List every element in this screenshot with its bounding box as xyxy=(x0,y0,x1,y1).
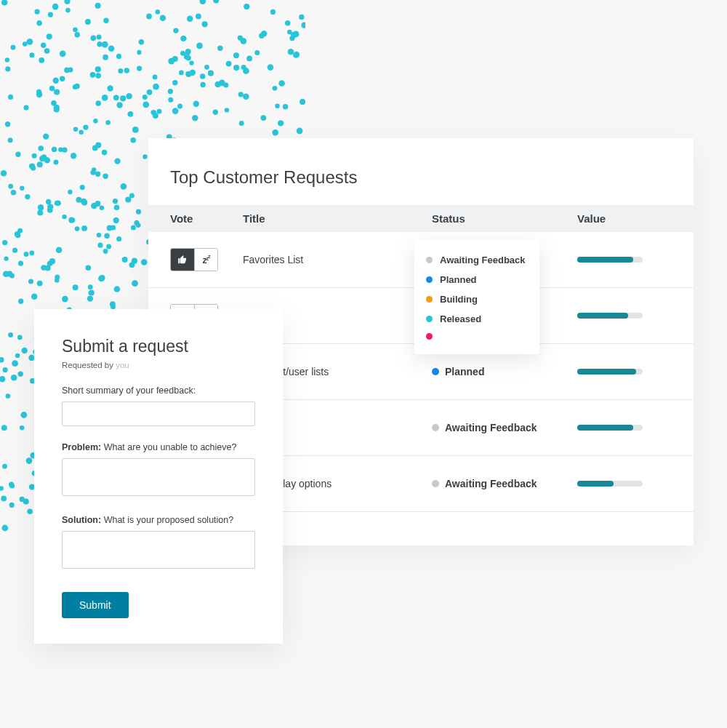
svg-point-387 xyxy=(131,225,136,230)
svg-point-258 xyxy=(132,280,138,287)
status-option[interactable] xyxy=(426,329,528,344)
svg-point-396 xyxy=(272,129,278,136)
svg-point-276 xyxy=(116,102,122,108)
request-title[interactable]: Favorites List xyxy=(243,254,432,265)
svg-point-378 xyxy=(87,295,93,301)
svg-point-471 xyxy=(300,99,305,105)
svg-point-249 xyxy=(129,193,134,198)
status-cell[interactable]: Awaiting Feedback xyxy=(432,422,577,433)
value-cell xyxy=(577,257,672,263)
svg-point-11 xyxy=(9,273,15,278)
svg-point-275 xyxy=(185,49,191,55)
svg-point-281 xyxy=(8,184,13,189)
svg-point-305 xyxy=(76,197,81,203)
status-label: Planned xyxy=(445,366,484,377)
summary-label: Short summary of your feedback: xyxy=(62,385,255,396)
svg-point-311 xyxy=(39,206,44,211)
svg-point-214 xyxy=(287,30,292,35)
svg-point-456 xyxy=(45,265,51,271)
svg-point-166 xyxy=(15,152,20,157)
svg-point-429 xyxy=(55,274,60,279)
svg-point-451 xyxy=(24,105,29,110)
svg-point-390 xyxy=(233,65,239,71)
svg-point-323 xyxy=(90,170,95,175)
snooze-icon[interactable]: zzz xyxy=(194,249,217,271)
status-option[interactable]: Planned xyxy=(426,270,528,289)
svg-point-230 xyxy=(95,73,101,79)
svg-point-370 xyxy=(226,61,232,67)
svg-point-345 xyxy=(136,209,141,215)
svg-point-30 xyxy=(62,148,67,153)
vote-toggle[interactable]: zzz xyxy=(170,248,218,271)
status-option-label: Released xyxy=(440,313,481,324)
status-option[interactable]: Awaiting Feedback xyxy=(426,250,528,270)
svg-point-317 xyxy=(121,183,127,190)
svg-point-284 xyxy=(260,115,266,121)
thumbs-up-icon[interactable] xyxy=(171,249,194,271)
svg-point-31 xyxy=(238,35,243,40)
status-dot-icon xyxy=(426,316,433,322)
svg-point-379 xyxy=(273,86,278,91)
svg-point-388 xyxy=(98,276,105,282)
svg-point-352 xyxy=(233,52,239,58)
svg-point-346 xyxy=(153,113,158,119)
svg-point-58 xyxy=(268,64,274,71)
svg-point-222 xyxy=(11,45,16,50)
submit-button[interactable]: Submit xyxy=(62,592,129,618)
svg-point-174 xyxy=(24,252,29,257)
value-bar xyxy=(577,257,643,263)
svg-point-199 xyxy=(103,18,108,23)
svg-point-331 xyxy=(64,0,70,4)
svg-point-251 xyxy=(95,66,101,72)
solution-input[interactable] xyxy=(62,531,255,569)
status-option[interactable]: Building xyxy=(426,289,528,309)
svg-point-198 xyxy=(270,9,276,15)
status-cell[interactable]: Planned xyxy=(432,366,577,377)
svg-point-401 xyxy=(35,9,40,15)
svg-point-261 xyxy=(11,190,17,196)
status-option[interactable]: Released xyxy=(426,309,528,329)
svg-point-206 xyxy=(100,206,104,210)
status-option-label: Planned xyxy=(440,274,477,285)
svg-point-264 xyxy=(243,94,249,100)
svg-point-335 xyxy=(157,109,162,114)
svg-point-453 xyxy=(241,65,246,70)
svg-point-434 xyxy=(124,68,130,73)
requested-by-prefix: Requested by xyxy=(62,361,116,369)
svg-point-40 xyxy=(113,95,119,100)
value-bar-fill xyxy=(577,313,628,319)
svg-point-334 xyxy=(179,71,184,76)
svg-point-274 xyxy=(177,104,182,109)
svg-point-351 xyxy=(102,41,108,48)
svg-point-104 xyxy=(68,68,73,73)
svg-point-296 xyxy=(49,86,55,92)
svg-point-262 xyxy=(31,166,36,171)
svg-point-310 xyxy=(44,157,51,164)
svg-point-290 xyxy=(208,71,214,76)
status-cell[interactable]: Awaiting Feedback xyxy=(432,478,577,489)
svg-point-374 xyxy=(180,51,185,56)
value-bar xyxy=(577,369,643,375)
svg-point-102 xyxy=(74,32,80,38)
svg-point-450 xyxy=(278,80,285,87)
svg-point-203 xyxy=(91,203,97,209)
svg-point-29 xyxy=(132,258,137,264)
svg-point-282 xyxy=(128,111,134,117)
status-dot-icon xyxy=(426,276,433,283)
svg-point-421 xyxy=(125,196,131,202)
svg-point-242 xyxy=(151,110,156,115)
svg-point-241 xyxy=(192,115,198,121)
status-filter-dropdown[interactable]: Awaiting FeedbackPlannedBuildingReleased xyxy=(414,240,539,354)
svg-point-180 xyxy=(173,28,178,33)
svg-point-163 xyxy=(294,52,300,58)
svg-point-87 xyxy=(54,105,60,111)
svg-point-135 xyxy=(11,375,17,381)
svg-point-411 xyxy=(129,262,135,268)
problem-input[interactable] xyxy=(62,458,255,496)
svg-point-133 xyxy=(246,56,252,62)
summary-input[interactable] xyxy=(62,401,255,426)
svg-point-219 xyxy=(200,82,205,87)
svg-point-109 xyxy=(73,127,78,132)
svg-point-304 xyxy=(156,9,161,15)
svg-point-90 xyxy=(12,248,17,253)
